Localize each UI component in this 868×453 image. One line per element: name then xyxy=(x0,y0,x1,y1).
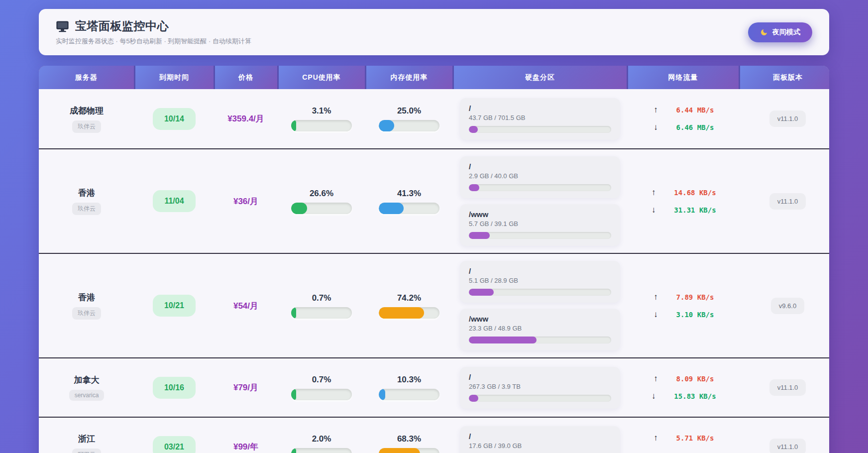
expiry-cell: 11/04 xyxy=(134,190,214,212)
memory-usage-label: 68.3% xyxy=(397,434,421,444)
upload-speed: 6.44 MB/s xyxy=(676,106,714,114)
disk-card: / 43.7 GB / 701.5 GB xyxy=(460,98,620,140)
memory-cell: 25.0% xyxy=(365,106,453,131)
download-line: ↓ 31.31 KB/s xyxy=(650,205,716,215)
table-body: 成都物理 玖伴云 10/14 ¥359.4/月 3.1% 25.0% / 43.… xyxy=(39,89,829,453)
version-cell: v11.1.0 xyxy=(739,439,829,453)
server-name: 成都物理 xyxy=(70,105,104,116)
upload-line: ↑ 8.09 KB/s xyxy=(652,374,714,384)
version-cell: v11.1.0 xyxy=(739,379,829,396)
cpu-progress-bar xyxy=(291,448,352,453)
disk-progress-fill xyxy=(469,395,478,402)
server-name: 香港 xyxy=(78,292,95,303)
disk-usage: 5.7 GB / 39.1 GB xyxy=(469,220,611,227)
memory-progress-bar xyxy=(379,120,439,131)
upload-speed: 14.68 KB/s xyxy=(674,189,716,197)
memory-cell: 10.3% xyxy=(365,375,453,400)
price-cell: ¥36/月 xyxy=(214,196,278,207)
disk-progress-fill xyxy=(469,232,490,239)
disk-card: /www 5.7 GB / 39.1 GB xyxy=(460,204,620,246)
cpu-usage-label: 2.0% xyxy=(312,434,331,444)
page-title: 宝塔面板监控中心 xyxy=(75,18,169,34)
download-speed: 15.83 KB/s xyxy=(674,392,716,400)
version-badge: v11.1.0 xyxy=(769,111,806,127)
memory-progress-fill xyxy=(379,389,385,400)
disk-card: / 267.3 GB / 3.9 TB xyxy=(460,367,620,409)
disk-mount: / xyxy=(469,432,611,441)
server-name: 香港 xyxy=(78,187,95,199)
expiry-badge: 11/04 xyxy=(153,190,195,212)
cpu-cell: 3.1% xyxy=(278,106,365,131)
column-header: 硬盘分区 xyxy=(453,66,627,89)
disk-mount: /www xyxy=(469,315,611,323)
expiry-badge: 10/14 xyxy=(153,108,196,130)
price-text: ¥79/月 xyxy=(233,382,258,393)
price-text: ¥99/年 xyxy=(233,441,258,453)
memory-usage-label: 41.3% xyxy=(397,189,421,199)
cpu-progress-fill xyxy=(291,203,307,214)
provider-badge: 玖伴云 xyxy=(72,203,101,215)
up-arrow-icon: ↑ xyxy=(652,374,659,384)
price-text: ¥359.4/月 xyxy=(227,113,264,124)
disk-card: / 5.1 GB / 28.9 GB xyxy=(460,261,620,303)
server-row: 成都物理 玖伴云 10/14 ¥359.4/月 3.1% 25.0% / 43.… xyxy=(39,89,829,148)
up-arrow-icon: ↑ xyxy=(652,105,659,115)
column-header: 价格 xyxy=(214,66,278,89)
memory-usage-label: 10.3% xyxy=(397,375,421,385)
cpu-cell: 26.6% xyxy=(278,189,365,214)
disk-usage: 2.9 GB / 40.0 GB xyxy=(469,172,611,180)
expiry-cell: 10/21 xyxy=(134,295,214,317)
download-line: ↓ 1.67 KB/s xyxy=(652,451,714,453)
moon-icon xyxy=(760,28,768,36)
disk-usage: 43.7 GB / 701.5 GB xyxy=(469,114,611,121)
cpu-progress-bar xyxy=(291,307,352,319)
memory-progress-bar xyxy=(379,307,439,319)
memory-usage-label: 74.2% xyxy=(397,293,421,303)
server-cell: 浙江 阿里云 xyxy=(39,433,134,453)
cpu-cell: 0.7% xyxy=(278,293,365,319)
download-speed: 31.31 KB/s xyxy=(674,206,716,214)
disk-progress-fill xyxy=(469,337,537,343)
upload-line: ↑ 7.89 KB/s xyxy=(652,292,714,302)
disk-usage: 267.3 GB / 3.9 TB xyxy=(469,383,611,390)
night-mode-label: 夜间模式 xyxy=(772,28,800,37)
upload-speed: 8.09 KB/s xyxy=(676,375,714,383)
disk-progress-bar xyxy=(469,395,611,402)
column-header: 内存使用率 xyxy=(365,66,453,89)
expiry-badge: 10/21 xyxy=(153,295,196,317)
server-name: 浙江 xyxy=(78,433,95,445)
network-cell: ↑ 5.71 KB/s ↓ 1.67 KB/s xyxy=(627,433,739,453)
memory-cell: 41.3% xyxy=(365,189,453,214)
version-badge: v11.1.0 xyxy=(769,193,806,210)
memory-progress-fill xyxy=(379,448,420,453)
disk-progress-bar xyxy=(469,289,611,296)
monitor-icon xyxy=(56,20,69,32)
header-left: 宝塔面板监控中心 实时监控服务器状态 · 每5秒自动刷新 · 到期智能提醒 · … xyxy=(56,18,251,46)
column-header: 网络流量 xyxy=(627,66,739,89)
cpu-progress-fill xyxy=(291,448,296,453)
memory-progress-bar xyxy=(379,203,439,214)
disk-progress-fill xyxy=(469,184,479,191)
up-arrow-icon: ↑ xyxy=(652,292,659,302)
memory-cell: 74.2% xyxy=(365,293,453,319)
cpu-usage-label: 0.7% xyxy=(312,293,331,303)
down-arrow-icon: ↓ xyxy=(650,391,657,401)
server-cell: 香港 玖伴云 xyxy=(39,292,134,320)
download-line: ↓ 6.46 MB/s xyxy=(652,122,714,132)
column-header: 到期时间 xyxy=(134,66,214,89)
expiry-cell: 10/14 xyxy=(134,108,214,130)
cpu-usage-label: 3.1% xyxy=(312,106,331,116)
cpu-cell: 0.7% xyxy=(278,375,365,400)
cpu-progress-bar xyxy=(291,120,352,131)
memory-progress-fill xyxy=(379,203,404,214)
disk-progress-bar xyxy=(469,126,611,133)
disk-progress-fill xyxy=(469,289,494,296)
night-mode-button[interactable]: 夜间模式 xyxy=(748,22,812,42)
disk-mount: / xyxy=(469,373,611,381)
memory-progress-fill xyxy=(379,120,394,131)
version-badge: v11.1.0 xyxy=(769,379,806,396)
upload-line: ↑ 14.68 KB/s xyxy=(650,188,716,198)
header-card: 宝塔面板监控中心 实时监控服务器状态 · 每5秒自动刷新 · 到期智能提醒 · … xyxy=(39,9,829,55)
server-row: 香港 玖伴云 10/21 ¥54/月 0.7% 74.2% / 5.1 GB /… xyxy=(39,253,829,357)
disk-usage: 5.1 GB / 28.9 GB xyxy=(469,277,611,284)
